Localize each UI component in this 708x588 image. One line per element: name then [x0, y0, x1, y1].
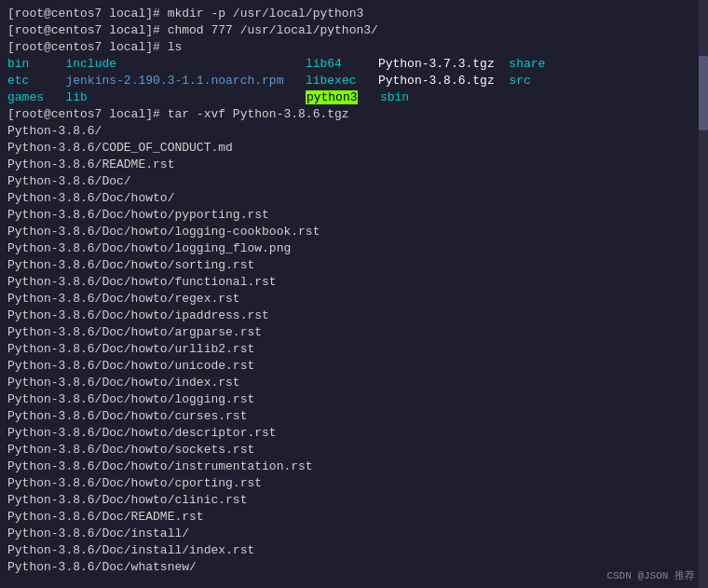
tar-out-12: Python-3.8.6/Doc/howto/ipaddress.rst — [7, 308, 701, 324]
tar-out-1: Python-3.8.6/ — [7, 123, 701, 140]
tar-out-24: Python-3.8.6/Doc/README.rst — [7, 509, 701, 526]
tar-out-15: Python-3.8.6/Doc/howto/unicode.rst — [7, 358, 701, 375]
tar-out-13: Python-3.8.6/Doc/howto/argparse.rst — [7, 324, 701, 341]
tar-out-25: Python-3.8.6/Doc/install/ — [7, 526, 701, 542]
tar-out-7: Python-3.8.6/Doc/howto/logging-cookbook.… — [7, 224, 701, 240]
tar-out-2: Python-3.8.6/CODE_OF_CONDUCT.md — [7, 140, 701, 157]
tar-out-5: Python-3.8.6/Doc/howto/ — [7, 190, 701, 207]
tar-out-16: Python-3.8.6/Doc/howto/index.rst — [7, 375, 701, 391]
ls-row-2: etc jenkins-2.190.3-1.1.noarch.rpm libex… — [7, 73, 701, 89]
watermark: CSDN @JSON 推荐 — [606, 568, 695, 582]
ls-row-1: bin include lib64 Python-3.7.3.tgz share — [7, 56, 701, 73]
tar-out-6: Python-3.8.6/Doc/howto/pyporting.rst — [7, 207, 701, 224]
tar-out-20: Python-3.8.6/Doc/howto/sockets.rst — [7, 442, 701, 458]
tar-out-3: Python-3.8.6/README.rst — [7, 157, 701, 173]
tar-out-21: Python-3.8.6/Doc/howto/instrumentation.r… — [7, 458, 701, 475]
tar-out-26: Python-3.8.6/Doc/install/index.rst — [7, 542, 701, 559]
ls-row-3: games lib python3 sbin — [7, 89, 701, 106]
cmd-line-chmod: [root@centos7 local]# chmod 777 /usr/loc… — [7, 22, 701, 39]
terminal: [root@centos7 local]# mkdir -p /usr/loca… — [0, 0, 708, 588]
tar-out-19: Python-3.8.6/Doc/howto/descriptor.rst — [7, 425, 701, 442]
cmd-line-tar: [root@centos7 local]# tar -xvf Python-3.… — [7, 106, 701, 123]
tar-out-22: Python-3.8.6/Doc/howto/cporting.rst — [7, 475, 701, 492]
cmd-line-ls: [root@centos7 local]# ls — [7, 39, 701, 56]
tar-out-17: Python-3.8.6/Doc/howto/logging.rst — [7, 391, 701, 408]
scrollbar-thumb[interactable] — [699, 56, 708, 130]
tar-out-18: Python-3.8.6/Doc/howto/curses.rst — [7, 408, 701, 425]
tar-out-23: Python-3.8.6/Doc/howto/clinic.rst — [7, 492, 701, 509]
tar-out-14: Python-3.8.6/Doc/howto/urllib2.rst — [7, 341, 701, 358]
tar-out-8: Python-3.8.6/Doc/howto/logging_flow.png — [7, 240, 701, 257]
scrollbar[interactable] — [699, 0, 708, 588]
tar-out-10: Python-3.8.6/Doc/howto/functional.rst — [7, 274, 701, 291]
tar-out-4: Python-3.8.6/Doc/ — [7, 173, 701, 190]
tar-out-9: Python-3.8.6/Doc/howto/sorting.rst — [7, 257, 701, 274]
tar-out-11: Python-3.8.6/Doc/howto/regex.rst — [7, 291, 701, 308]
tar-out-27: Python-3.8.6/Doc/whatsnew/ — [7, 559, 701, 576]
cmd-line-mkdir: [root@centos7 local]# mkdir -p /usr/loca… — [7, 6, 701, 22]
